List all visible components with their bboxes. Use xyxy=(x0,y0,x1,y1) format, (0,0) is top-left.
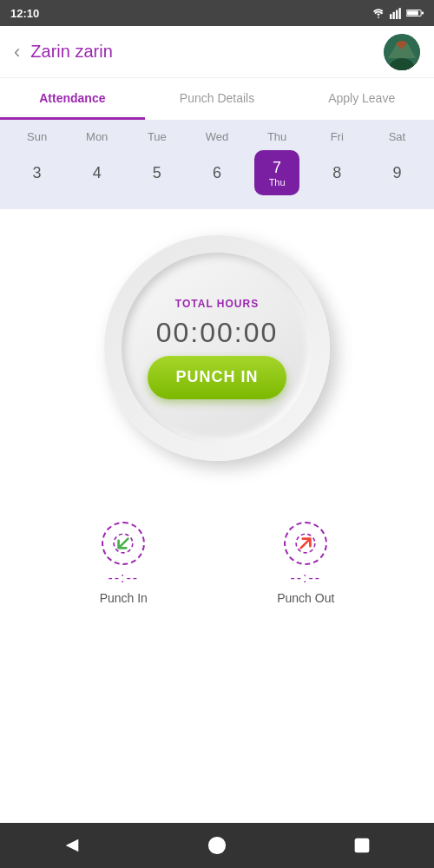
timer-section: TOTAL HOURS 00:00:00 PUNCH IN xyxy=(0,209,434,504)
tabs-container: Attendance Punch Details Apply Leave xyxy=(0,78,434,120)
punch-out-icon-circle xyxy=(284,522,327,565)
svg-rect-1 xyxy=(393,12,395,19)
svg-rect-0 xyxy=(390,14,391,19)
svg-rect-6 xyxy=(422,12,424,15)
day-mon: Mon xyxy=(75,130,120,143)
bottom-nav xyxy=(0,823,434,868)
wifi-icon xyxy=(372,7,385,19)
status-time: 12:10 xyxy=(10,7,39,20)
days-row: Sun Mon Tue Wed Thu Fri Sat xyxy=(7,130,427,143)
tab-apply-leave[interactable]: Apply Leave xyxy=(289,78,434,120)
svg-rect-3 xyxy=(399,8,401,19)
punch-in-button[interactable]: PUNCH IN xyxy=(148,356,286,399)
nav-back-icon xyxy=(62,836,82,855)
day-sat: Sat xyxy=(374,130,419,143)
svg-marker-14 xyxy=(66,839,79,852)
date-5[interactable]: 5 xyxy=(135,150,180,195)
signal-icon xyxy=(390,7,402,19)
nav-home-icon xyxy=(207,836,227,855)
date-3[interactable]: 3 xyxy=(15,150,60,195)
avatar-image xyxy=(384,34,420,70)
punch-in-time: --:-- xyxy=(108,570,139,586)
timer-display: 00:00:00 xyxy=(156,317,279,349)
punch-out-label: Punch Out xyxy=(277,591,334,605)
avatar[interactable] xyxy=(384,34,420,70)
punch-out-icon xyxy=(294,532,317,555)
svg-rect-5 xyxy=(407,11,418,16)
date-9[interactable]: 9 xyxy=(374,150,419,195)
nav-home-button[interactable] xyxy=(205,833,229,858)
battery-icon xyxy=(406,8,424,18)
tab-punch-details[interactable]: Punch Details xyxy=(145,78,290,120)
dates-row: 3 4 5 6 7 Thu 8 9 xyxy=(7,150,427,195)
header: ‹ Zarin zarin xyxy=(0,26,434,78)
punch-out-time: --:-- xyxy=(290,570,321,586)
timer-circle-outer: TOTAL HOURS 00:00:00 PUNCH IN xyxy=(104,235,330,461)
svg-rect-2 xyxy=(396,10,398,20)
punch-row: --:-- Punch In --:-- Punch Out xyxy=(0,504,434,631)
svg-rect-16 xyxy=(355,839,368,852)
day-sun: Sun xyxy=(15,130,60,143)
tab-attendance[interactable]: Attendance xyxy=(0,78,145,120)
svg-point-15 xyxy=(209,838,225,853)
username-label: Zarin zarin xyxy=(30,42,384,62)
status-icons xyxy=(372,7,424,19)
timer-circle-inner: TOTAL HOURS 00:00:00 PUNCH IN xyxy=(122,253,312,444)
date-6[interactable]: 6 xyxy=(194,150,240,195)
date-4[interactable]: 4 xyxy=(75,150,120,195)
total-hours-label: TOTAL HOURS xyxy=(175,298,259,310)
calendar-section: Sun Mon Tue Wed Thu Fri Sat 3 4 5 6 7 Th… xyxy=(0,120,434,209)
day-wed: Wed xyxy=(194,130,240,143)
nav-square-icon xyxy=(353,837,371,854)
punch-in-label: Punch In xyxy=(100,591,148,605)
date-7-active[interactable]: 7 Thu xyxy=(254,150,299,195)
punch-in-icon-circle xyxy=(102,522,145,565)
day-fri: Fri xyxy=(314,130,359,143)
status-bar: 12:10 xyxy=(0,0,434,26)
punch-in-icon xyxy=(112,532,135,555)
punch-in-item: --:-- Punch In xyxy=(100,522,148,605)
punch-out-item: --:-- Punch Out xyxy=(277,522,334,605)
day-tue: Tue xyxy=(135,130,180,143)
nav-back-button[interactable] xyxy=(60,833,84,858)
date-8[interactable]: 8 xyxy=(314,150,359,195)
day-thu: Thu xyxy=(254,130,299,143)
nav-square-button[interactable] xyxy=(350,833,374,858)
back-button[interactable]: ‹ xyxy=(14,41,20,63)
